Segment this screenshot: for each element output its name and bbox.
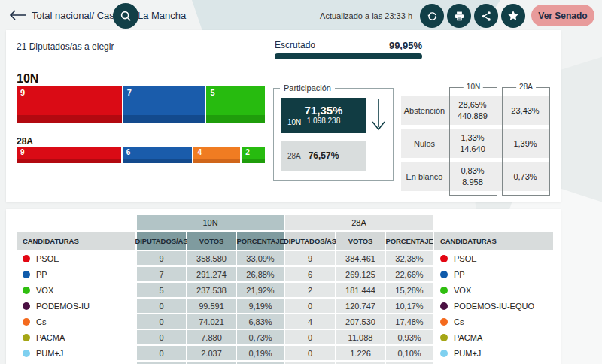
stats-10n-pct: 28,65% (458, 99, 486, 111)
favorite-button[interactable] (501, 4, 525, 28)
results-table: 10N28ACANDIDATURASDIPUTADOS/ASVOTOSPORCE… (17, 215, 553, 364)
seat-count: 6 (126, 148, 131, 156)
stats-28a-value: 1,39% (502, 129, 549, 158)
down-arrow-icon (369, 96, 388, 134)
party-name-cell: PSOE (17, 251, 135, 265)
table-value-cell: 10,17% (386, 299, 433, 313)
stats-row: En blanco0,83%8.9580,73% (401, 162, 549, 191)
seat-bar-10n: 975 (17, 86, 265, 123)
party-color-dot (440, 271, 448, 278)
participation-10n-box: 10N 71,35% 1.098.238 (281, 98, 366, 133)
party-name: PUM+J (36, 349, 63, 358)
table-value-cell: 2 (285, 283, 335, 297)
table-value-cell: 0,73% (237, 330, 284, 344)
party-name: VOX (36, 286, 53, 295)
seat-bar-segment-psoe: 9 (17, 86, 122, 123)
table-group-header-28a: 28A (285, 215, 433, 230)
table-corner (17, 215, 135, 230)
table-value-cell: 0 (285, 330, 335, 344)
table-value-cell: 0 (137, 299, 186, 313)
share-button[interactable] (474, 4, 498, 28)
participation-10n-votes: 1.098.238 (281, 117, 366, 126)
table-value-cell: 6,83% (237, 314, 284, 329)
segment-shade (17, 115, 122, 123)
party-name-cell: PUM+J (17, 346, 135, 360)
seat-bar-segment-vox: 5 (206, 86, 265, 123)
table-value-cell: 9 (285, 251, 335, 265)
column-header-10n: VOTOS (187, 232, 236, 250)
table-value-cell: 0 (137, 346, 186, 360)
table-group-header-10n: 10N (137, 215, 284, 230)
table-value-cell: 9 (137, 251, 186, 265)
segment-shade (193, 159, 240, 163)
stats-10n-value: 0,83%8.958 (449, 162, 496, 191)
stats-10n-votes: 8.958 (462, 177, 483, 188)
table-value-cell: 2.037 (187, 346, 236, 360)
search-button[interactable] (113, 3, 138, 29)
table-value-cell: 0 (285, 299, 335, 313)
seat-count: 9 (20, 88, 25, 97)
party-name: PP (454, 270, 465, 279)
table-value-cell: 0,19% (237, 346, 284, 360)
table-value-cell: 291.274 (187, 267, 236, 281)
seat-bar-28a: 9642 (17, 147, 265, 163)
table-value-cell: 0 (137, 330, 186, 344)
segment-shade (17, 159, 121, 163)
table-value-cell: 237.538 (187, 283, 236, 297)
table-value-cell: 99.591 (187, 299, 236, 313)
party-name-cell: Cs (434, 314, 553, 329)
segment-shade (123, 115, 205, 123)
table-value-cell: 0 (285, 346, 335, 360)
table-value-cell: 4 (285, 314, 335, 329)
party-color-dot (23, 255, 30, 262)
table-value-cell: 6 (285, 267, 335, 281)
party-color-dot (23, 302, 30, 310)
share-icon (480, 10, 493, 23)
party-name: Cs (454, 317, 464, 326)
stats-28a-value: 0,73% (502, 162, 549, 191)
seat-bar-segment-cs: 4 (193, 147, 240, 163)
table-value-cell: 32,38% (386, 251, 433, 265)
column-header-28a: PORCENTAJE (386, 232, 433, 250)
print-button[interactable] (447, 4, 471, 28)
party-name: PSOE (454, 254, 477, 263)
seats-to-elect-label: 21 Diputados/as a elegir (17, 41, 114, 52)
party-color-dot (440, 334, 448, 341)
back-arrow-icon[interactable] (9, 9, 27, 21)
table-value-cell: 1.226 (336, 346, 385, 360)
party-color-dot (440, 255, 448, 262)
party-name: Cs (36, 317, 46, 326)
election-results-page: { "theme":{"dark_teal":"#113f47","navy":… (0, 0, 602, 364)
seat-count: 2 (245, 148, 250, 156)
refresh-icon (426, 10, 439, 23)
table-value-cell: 120.747 (336, 299, 385, 313)
table-value-cell: 0 (137, 314, 186, 329)
party-name: PODEMOS-IU-EQUO (454, 302, 534, 311)
table-value-cell: 7 (137, 267, 186, 281)
table-corner (434, 215, 553, 230)
table-value-cell: 5 (137, 283, 186, 297)
party-name-cell: PUM+J (434, 346, 553, 360)
ver-senado-button[interactable]: Ver Senado (531, 5, 594, 26)
party-name-cell: PODEMOS-IU-EQUO (434, 299, 553, 313)
escrutado-progress-fill (275, 53, 422, 59)
results-table-card: 10N28ACANDIDATURASDIPUTADOS/ASVOTOSPORCE… (6, 209, 561, 364)
stats-10n-value: 28,65%440.889 (449, 96, 496, 125)
party-name: PUM+J (454, 349, 481, 358)
stats-panel: En blanco0,83%8.9580,73%Nulos1,33%14.640… (401, 84, 553, 197)
party-name: PP (36, 270, 47, 279)
column-header-10n: PORCENTAJE (237, 232, 284, 250)
party-name: VOX (454, 286, 471, 295)
table-value-cell: 26,88% (237, 267, 284, 281)
seat-count: 4 (197, 148, 202, 156)
party-name: PACMA (454, 333, 482, 342)
refresh-button[interactable] (420, 4, 444, 28)
stats-row-label: Abstención (401, 96, 448, 125)
breadcrumb: Total nacional/ Castilla - La Mancha (32, 10, 186, 21)
table-value-cell: 181.444 (336, 283, 385, 297)
stats-10n-votes: 440.889 (458, 111, 488, 122)
party-name-cell: PODEMOS-IU (17, 299, 135, 313)
party-name-cell: VOX (17, 283, 135, 297)
column-header-candidaturas: CANDIDATURAS (17, 232, 135, 250)
escrutado-label: Escrutado (275, 40, 315, 51)
